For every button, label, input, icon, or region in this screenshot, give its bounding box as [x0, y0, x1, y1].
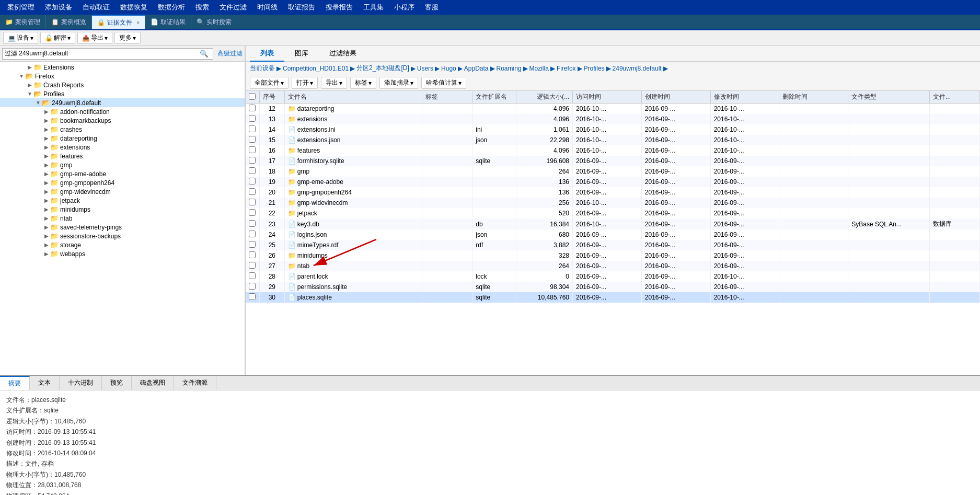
bc-profile-default[interactable]: 249uwmj8.default [613, 65, 662, 72]
row-filename[interactable]: 📄logins.json [284, 229, 422, 240]
tree-node-firefox[interactable]: ▼ 📂 Firefox [0, 72, 245, 80]
more-button[interactable]: 更多 ▾ [114, 32, 141, 44]
tree-node-ntab[interactable]: ▶ 📁 ntab [0, 214, 245, 223]
tree-expand-crashreports[interactable]: ▶ [26, 82, 33, 88]
row-filename[interactable]: 📁jetpack [284, 208, 422, 218]
table-row[interactable]: 25 📄mimeTypes.rdf rdf 3,882 2016-09-... … [246, 240, 980, 250]
row-checkbox[interactable] [246, 198, 259, 208]
col-seq[interactable]: 序号 [259, 91, 284, 103]
row-checkbox[interactable] [246, 177, 259, 187]
hash-calc-button[interactable]: 哈希值计算 ▾ [421, 77, 466, 89]
tree-expand-gmp-open[interactable]: ▶ [43, 180, 50, 186]
tree-node-minidumps[interactable]: ▶ 📁 minidumps [0, 205, 245, 214]
tree-expand-gmp-wide[interactable]: ▶ [43, 189, 50, 194]
table-row[interactable]: 20 📁gmp-gmpopenh264 136 2016-09-... 2016… [246, 187, 980, 198]
bc-roaming[interactable]: Roaming [497, 65, 522, 72]
row-checkbox[interactable] [246, 229, 259, 240]
tab-preview[interactable]: 预览 [102, 376, 132, 390]
menu-timeline[interactable]: 时间线 [252, 1, 283, 14]
row-checkbox[interactable] [246, 166, 259, 177]
select-all-checkbox[interactable] [249, 93, 256, 100]
tree-expand-minidumps[interactable]: ▶ [43, 206, 50, 212]
col-modified-time[interactable]: 修改时间 [710, 91, 779, 103]
tree-node-addon[interactable]: ▶ 📁 addon-notification [0, 107, 245, 116]
tree-expand-extensions[interactable]: ▶ [26, 64, 33, 70]
add-evidence-button[interactable]: 添加摘录 ▾ [379, 77, 418, 89]
tree-search-button[interactable]: 🔍 [198, 50, 211, 57]
tree-node-bookmarks[interactable]: ▶ 📁 bookmarkbackups [0, 116, 245, 125]
menu-tools[interactable]: 工具集 [358, 1, 389, 14]
tree-search-input[interactable] [5, 50, 198, 57]
row-checkbox[interactable] [246, 187, 259, 198]
row-checkbox[interactable] [246, 250, 259, 261]
tree-node-datareporting[interactable]: ▶ 📁 datareporting [0, 134, 245, 143]
tree-expand-bookmarks[interactable]: ▶ [43, 118, 50, 123]
tab-extract-results[interactable]: 📄 取证结果 [145, 15, 191, 29]
table-row[interactable]: 14 📄extensions.ini ini 1,061 2016-10-...… [246, 124, 980, 135]
device-button[interactable]: 💻 设备 ▾ [3, 32, 38, 44]
row-filename[interactable]: 📄permissions.sqlite [284, 282, 422, 292]
row-filename[interactable]: 📄key3.db [284, 218, 422, 229]
advanced-filter-link[interactable]: 高级过滤 [217, 49, 243, 58]
tree-node-features[interactable]: ▶ 📁 features [0, 152, 245, 160]
bc-partition[interactable]: 分区2_本地磁盘[D] [356, 64, 409, 73]
table-row[interactable]: 28 📄parent.lock lock 0 2016-09-... 2016-… [246, 271, 980, 282]
row-checkbox[interactable] [246, 292, 259, 303]
menu-case-mgmt[interactable]: 案例管理 [2, 1, 40, 14]
export-button[interactable]: 📤 导出 ▾ [77, 32, 112, 44]
tree-expand-crashes[interactable]: ▶ [43, 126, 50, 132]
tree-node-storage[interactable]: ▶ 📁 storage [0, 240, 245, 249]
tree-node-crashreports[interactable]: ▶ 📁 Crash Reports [0, 80, 245, 89]
menu-search[interactable]: 搜索 [190, 1, 214, 14]
row-checkbox[interactable] [246, 103, 259, 114]
row-filename[interactable]: 📄parent.lock [284, 271, 422, 282]
tree-expand-jetpack[interactable]: ▶ [43, 198, 50, 203]
file-export-button[interactable]: 导出 ▾ [321, 77, 347, 89]
tab-text[interactable]: 文本 [30, 376, 60, 390]
open-button[interactable]: 打开 ▾ [292, 77, 318, 89]
col-created-time[interactable]: 创建时间 [641, 91, 710, 103]
col-access-time[interactable]: 访问时间 [573, 91, 642, 103]
tab-file-source[interactable]: 文件溯源 [174, 376, 216, 390]
row-filename[interactable]: 📄mimeTypes.rdf [284, 240, 422, 250]
tab-list-view[interactable]: 列表 [250, 46, 284, 62]
tree-expand-gmp-eme[interactable]: ▶ [43, 171, 50, 177]
col-tag[interactable]: 标签 [422, 91, 472, 103]
row-filename[interactable]: 📄extensions.json [284, 135, 422, 145]
menu-auto-extract[interactable]: 自动取证 [77, 1, 115, 14]
tab-gallery-view[interactable]: 图库 [284, 46, 319, 62]
tree-expand-firefox[interactable]: ▼ [18, 73, 25, 79]
col-ext[interactable]: 文件扩展名 [472, 91, 516, 103]
col-deleted-time[interactable]: 删除时间 [779, 91, 848, 103]
bc-firefox[interactable]: Firefox [557, 65, 576, 72]
row-checkbox[interactable] [246, 240, 259, 250]
row-checkbox[interactable] [246, 282, 259, 292]
tab-realtime-search[interactable]: 🔍 实时搜索 [191, 15, 237, 29]
table-row[interactable]: 15 📄extensions.json json 22,298 2016-10-… [246, 135, 980, 145]
row-filename[interactable]: 📁datareporting [284, 103, 422, 114]
table-row[interactable]: 30 📄places.sqlite sqlite 10,485,760 2016… [246, 292, 980, 303]
menu-file-filter[interactable]: 文件过滤 [214, 1, 252, 14]
tree-node-extensions2[interactable]: ▶ 📁 extensions [0, 143, 245, 152]
table-row[interactable]: 29 📄permissions.sqlite sqlite 98,304 201… [246, 282, 980, 292]
table-row[interactable]: 13 📁extensions 4,096 2016-10-... 2016-09… [246, 114, 980, 124]
decrypt-button[interactable]: 🔓 解密 ▾ [40, 32, 75, 44]
table-row[interactable]: 27 📁ntab 264 2016-09-... 2016-09-... 201… [246, 261, 980, 271]
tree-expand-249uwmj8[interactable]: ▼ [34, 100, 42, 106]
tree-expand-webapps[interactable]: ▶ [43, 251, 50, 257]
row-filename[interactable]: 📁gmp [284, 166, 422, 177]
bc-profiles[interactable]: Profiles [584, 65, 605, 72]
row-filename[interactable]: 📁gmp-eme-adobe [284, 177, 422, 187]
tree-node-crashes[interactable]: ▶ 📁 crashes [0, 125, 245, 134]
table-row[interactable]: 26 📁minidumps 328 2016-09-... 2016-09-..… [246, 250, 980, 261]
tree-expand-features[interactable]: ▶ [43, 153, 50, 159]
table-row[interactable]: 21 📁gmp-widevinecdm 256 2016-10-... 2016… [246, 198, 980, 208]
tree-expand-extensions2[interactable]: ▶ [43, 144, 50, 150]
col-file-desc[interactable]: 文件... [930, 91, 980, 103]
tree-node-gmp-eme[interactable]: ▶ 📁 gmp-eme-adobe [0, 169, 245, 178]
table-row[interactable]: 24 📄logins.json json 680 2016-09-... 201… [246, 229, 980, 240]
menu-data-recovery[interactable]: 数据恢复 [115, 1, 153, 14]
bc-hugo[interactable]: Hugo [441, 65, 456, 72]
row-checkbox[interactable] [246, 135, 259, 145]
bc-users[interactable]: Users [417, 65, 433, 72]
